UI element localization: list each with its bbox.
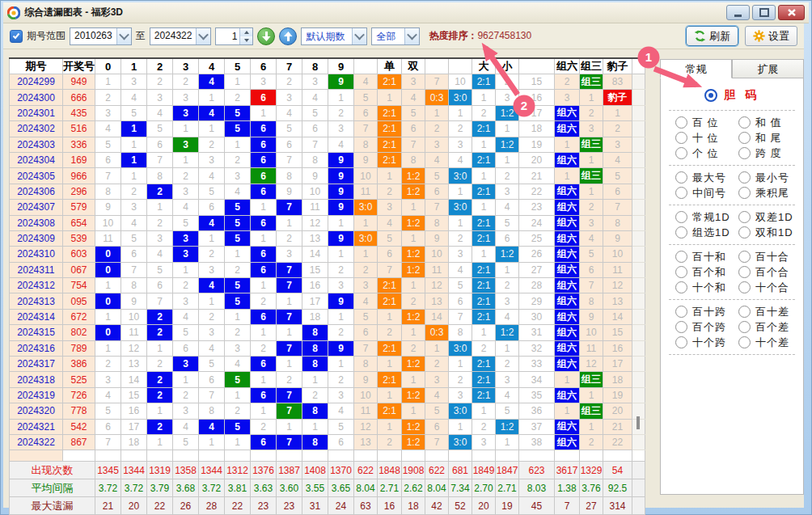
radio-option[interactable]: 百十跨 [669, 305, 732, 319]
settings-button[interactable]: 设置 [745, 26, 797, 46]
table-cell: 4 [328, 403, 354, 419]
tab-changgui[interactable]: 常规 [660, 59, 732, 78]
table-cell: 4 [496, 387, 519, 403]
minimize-icon [734, 15, 742, 17]
table-cell: 3 [425, 137, 449, 152]
table-cell: 1:2 [402, 309, 425, 324]
table-cell: 6 [147, 278, 173, 293]
next-period-button[interactable] [279, 27, 297, 45]
table-cell: 1848 [378, 462, 402, 479]
table-cell [632, 215, 645, 230]
table-cell [632, 152, 645, 167]
range-checkbox[interactable] [10, 30, 23, 43]
close-button[interactable] [778, 5, 805, 20]
radio-row: 百个跨百个差 [669, 319, 795, 335]
settings-label: 设置 [768, 29, 789, 44]
radio-option[interactable]: 十个跨 [669, 336, 732, 350]
vertical-scrollbar-thumb[interactable] [636, 416, 640, 429]
table-cell: 9 [354, 152, 378, 167]
table-cell: 6 [496, 230, 519, 246]
radio-option[interactable]: 百个差 [732, 320, 795, 335]
down-arrow-icon [262, 32, 271, 41]
prev-period-button[interactable] [257, 27, 275, 45]
table-row: 2024322867718151167861321:273:03138组六222 [10, 434, 645, 450]
radio-option[interactable]: 双和1D [732, 226, 795, 240]
table-cell: 10 [121, 309, 147, 324]
table-cell: 1 [354, 247, 378, 262]
radio-option[interactable]: 十个和 [669, 281, 732, 295]
radio-option[interactable]: 最大号 [669, 171, 732, 185]
close-icon [788, 9, 796, 16]
radio-option[interactable]: 百十合 [732, 250, 795, 264]
table-cell: 4 [95, 121, 121, 137]
radio-option[interactable]: 十 位 [669, 131, 732, 146]
radio-option[interactable]: 双差1D [732, 210, 795, 225]
maximize-button[interactable] [752, 5, 776, 20]
refresh-button[interactable]: 刷新 [686, 26, 738, 46]
radio-option[interactable]: 组选1D [669, 226, 732, 240]
radio-icon [738, 116, 751, 129]
table-cell [632, 105, 645, 120]
radio-option[interactable]: 个 位 [669, 146, 732, 161]
table-cell: 8 [449, 325, 472, 340]
radio-label: 跨 度 [755, 146, 782, 161]
period-preset-select[interactable]: 默认期数 [301, 27, 367, 45]
table-cell: 386 [63, 357, 95, 372]
minimize-button[interactable] [726, 5, 750, 20]
table-cell: 组三 [580, 372, 603, 387]
radio-option[interactable]: 百十差 [732, 305, 795, 319]
table-cell [225, 450, 251, 462]
radio-option[interactable]: 最小号 [732, 171, 795, 185]
table-cell: 1 [580, 419, 603, 434]
table-cell: 1 [402, 372, 425, 387]
radio-icon [738, 306, 751, 318]
table-cell: 1 [472, 325, 496, 340]
table-cell: 0:3 [425, 325, 449, 340]
radio-option[interactable]: 和 值 [732, 116, 795, 130]
table-cell: 2 [328, 372, 354, 387]
table-cell: 1 [555, 168, 580, 184]
table-cell: 9 [121, 293, 147, 309]
filter-value: 全部 [372, 28, 404, 44]
table-cell: 1 [173, 121, 199, 137]
radio-option[interactable]: 中间号 [669, 186, 732, 201]
table-cell: 7 [449, 309, 472, 324]
dan-code-option[interactable]: 胆 码 [669, 85, 795, 106]
radio-option[interactable]: 百十和 [669, 250, 732, 264]
table-cell [632, 479, 645, 497]
spin-down-button[interactable] [240, 36, 252, 44]
table-cell: 2 [251, 293, 277, 309]
radio-option[interactable]: 跨 度 [732, 146, 795, 161]
table-cell: 63 [354, 497, 378, 515]
radio-option[interactable]: 百个合 [732, 265, 795, 280]
radio-option[interactable]: 十个合 [732, 281, 795, 295]
table-cell: 3 [173, 403, 199, 419]
table-cell: 4 [603, 152, 632, 167]
radio-option[interactable]: 常规1D [669, 210, 732, 225]
table-cell: 1:2 [496, 137, 519, 152]
table-cell: 726 [63, 387, 95, 403]
table-row: 2024306296822354691091121:2612:1322组六16 [10, 184, 645, 199]
table-cell: 23 [519, 200, 555, 215]
table-cell: 6 [251, 309, 277, 324]
filter-select[interactable]: 全部 [371, 27, 420, 45]
table-cell: 2 [225, 325, 251, 340]
spin-up-button[interactable] [240, 28, 252, 36]
radio-option[interactable]: 和 尾 [732, 131, 795, 146]
radio-icon [738, 226, 751, 239]
tab-kuozhan[interactable]: 扩展 [732, 59, 804, 78]
to-period-select[interactable]: 2024322 [150, 27, 212, 45]
radio-option[interactable]: 百个跨 [669, 320, 732, 335]
table-cell: 2 [449, 230, 472, 246]
table-cell: 2:1 [378, 340, 402, 356]
radio-option[interactable]: 百 位 [669, 116, 732, 130]
column-header: 6 [251, 58, 277, 74]
radio-option[interactable]: 百个和 [669, 265, 732, 280]
table-cell: 19 [603, 387, 632, 403]
radio-icon [675, 266, 687, 278]
step-spinner[interactable]: 1 [215, 27, 253, 45]
table-cell: 1 [328, 90, 354, 105]
radio-option[interactable]: 乘积尾 [732, 186, 795, 201]
radio-option[interactable]: 十个差 [732, 336, 795, 350]
from-period-select[interactable]: 2010263 [70, 27, 132, 45]
